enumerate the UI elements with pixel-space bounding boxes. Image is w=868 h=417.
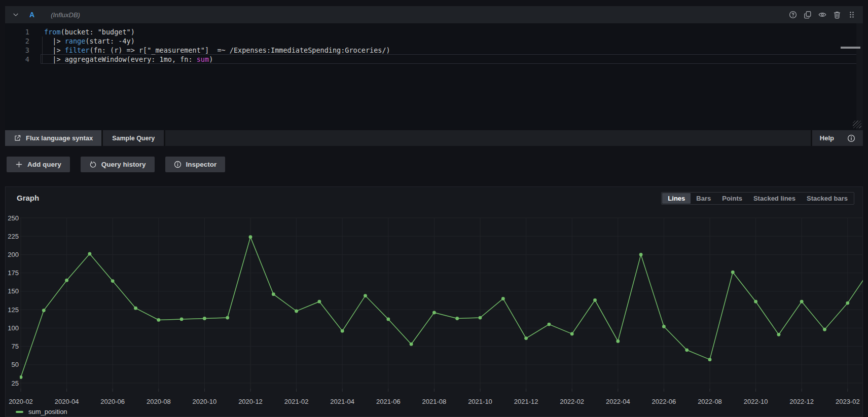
inspector-label: Inspector — [186, 161, 217, 168]
query-row-header: A (InfluxDB) — [5, 6, 863, 23]
page: { "query_editor": { "ref_id": "A", "data… — [0, 0, 868, 417]
svg-text:2021-12: 2021-12 — [514, 398, 538, 405]
display-mode-tabs: LinesBarsPointsStacked linesStacked bars — [661, 192, 854, 205]
svg-text:2020-12: 2020-12 — [238, 398, 263, 405]
svg-text:2021-08: 2021-08 — [422, 398, 447, 405]
legend-item-sum-position[interactable]: sum_position — [16, 408, 67, 415]
svg-text:175: 175 — [8, 269, 19, 277]
svg-text:2022-08: 2022-08 — [698, 398, 722, 405]
svg-text:2022-10: 2022-10 — [744, 398, 768, 405]
flux-code-editor[interactable]: 1234 from(bucket: "budget") |> range(sta… — [5, 23, 863, 130]
code-lines: from(bucket: "budget") |> range(start: -… — [44, 27, 390, 64]
svg-text:2021-02: 2021-02 — [284, 398, 309, 405]
tab-points[interactable]: Points — [716, 193, 748, 204]
svg-text:2022-02: 2022-02 — [560, 398, 584, 405]
plus-icon — [15, 161, 23, 168]
tab-stacked-bars[interactable]: Stacked bars — [801, 193, 853, 204]
svg-text:2021-06: 2021-06 — [376, 398, 401, 405]
svg-text:225: 225 — [8, 233, 19, 240]
panel-title: Graph — [17, 194, 39, 202]
sample-query-button[interactable]: Sample Query — [103, 130, 164, 146]
editor-resize-grip[interactable] — [853, 121, 861, 128]
line-number-gutter: 1234 — [5, 27, 29, 64]
help-button[interactable]: Help — [812, 130, 863, 146]
svg-text:2021-10: 2021-10 — [468, 398, 492, 405]
flux-syntax-label: Flux language syntax — [26, 134, 93, 142]
tab-lines[interactable]: Lines — [662, 193, 691, 204]
add-query-label: Add query — [27, 161, 61, 168]
svg-text:2020-08: 2020-08 — [147, 398, 171, 405]
datasource-label: (InfluxDB) — [51, 11, 80, 19]
query-actions-row: Add query Query history Inspector — [7, 157, 225, 172]
svg-text:2020-10: 2020-10 — [193, 398, 217, 405]
query-history-label: Query history — [101, 161, 146, 168]
legend-series-marker — [16, 411, 23, 413]
trash-icon[interactable] — [833, 11, 841, 19]
svg-text:50: 50 — [12, 361, 19, 368]
query-history-button[interactable]: Query history — [81, 157, 155, 172]
sample-query-label: Sample Query — [112, 135, 155, 142]
svg-text:2022-12: 2022-12 — [789, 398, 814, 405]
eye-icon[interactable] — [818, 11, 826, 19]
inspector-button[interactable]: Inspector — [165, 157, 226, 172]
editor-scrollbar[interactable] — [856, 23, 863, 130]
query-ref-id: A — [29, 11, 34, 19]
info-circle-icon[interactable] — [847, 134, 855, 142]
svg-text:100: 100 — [8, 324, 19, 332]
svg-text:2020-06: 2020-06 — [100, 398, 125, 405]
svg-text:200: 200 — [8, 251, 19, 258]
editor-toolbar: Flux language syntax Sample Query Help — [5, 130, 863, 146]
add-query-button[interactable]: Add query — [7, 157, 70, 172]
help-label: Help — [820, 134, 834, 142]
query-header-actions — [789, 11, 856, 19]
duplicate-icon[interactable] — [804, 11, 812, 19]
svg-text:150: 150 — [8, 287, 19, 295]
graph-canvas[interactable]: 2550751001251501752002252502020-022020-0… — [6, 209, 863, 408]
drag-handle-icon[interactable] — [848, 11, 856, 19]
overview-ruler-mark — [841, 47, 860, 49]
history-icon — [89, 161, 97, 168]
flux-syntax-button[interactable]: Flux language syntax — [5, 130, 101, 146]
tab-stacked-lines[interactable]: Stacked lines — [748, 193, 801, 204]
external-link-icon — [14, 134, 21, 142]
collapse-chevron-icon[interactable] — [12, 11, 19, 18]
tab-bars[interactable]: Bars — [691, 193, 716, 204]
help-icon[interactable] — [789, 11, 797, 19]
graph-panel-header: Graph LinesBarsPointsStacked linesStacke… — [6, 187, 862, 209]
query-editor-card: A (InfluxDB) 1234 from(bucket: "budget")… — [5, 6, 863, 146]
svg-text:2023-02: 2023-02 — [836, 398, 860, 405]
graph-panel: Graph LinesBarsPointsStacked linesStacke… — [5, 186, 863, 417]
svg-text:25: 25 — [12, 380, 19, 387]
svg-text:2020-02: 2020-02 — [9, 398, 33, 405]
svg-text:2022-06: 2022-06 — [652, 398, 676, 405]
svg-text:75: 75 — [12, 343, 19, 350]
svg-text:2020-04: 2020-04 — [55, 398, 79, 405]
info-circle-icon — [174, 161, 182, 168]
svg-text:2021-04: 2021-04 — [330, 398, 354, 405]
svg-text:125: 125 — [8, 306, 19, 314]
legend-series-label: sum_position — [28, 408, 67, 415]
svg-text:250: 250 — [8, 214, 19, 222]
toolbar-spacer — [165, 130, 811, 146]
svg-text:2022-04: 2022-04 — [606, 398, 630, 405]
